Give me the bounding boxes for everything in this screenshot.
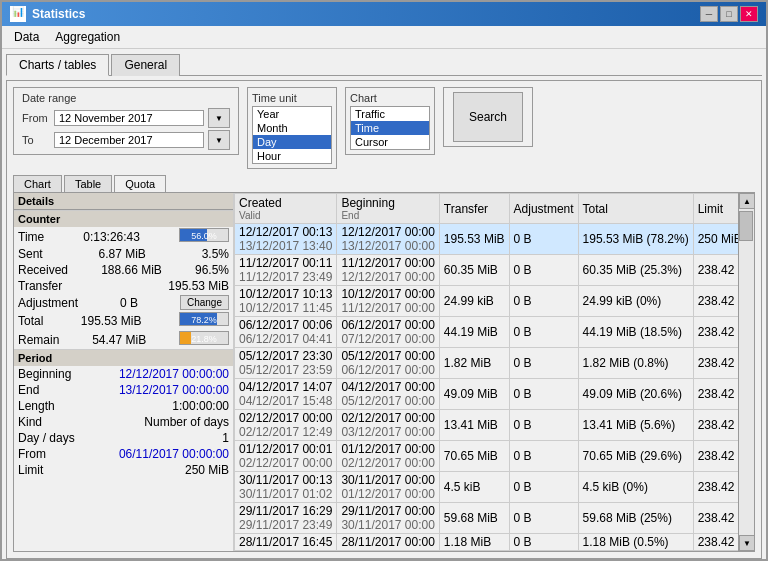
- time-unit-year[interactable]: Year: [253, 107, 331, 121]
- left-row-from: From 06/11/2017 00:00:00: [14, 446, 233, 462]
- chart-time[interactable]: Time: [351, 121, 429, 135]
- remain-value: 54.47 MiB: [92, 333, 146, 347]
- limit-label: Limit: [18, 463, 43, 477]
- from-label: From: [22, 112, 50, 124]
- cell-total: 44.19 MiB (18.5%): [578, 317, 693, 348]
- time-unit-list: Year Month Day Hour: [252, 106, 332, 164]
- left-row-kind: Kind Number of days: [14, 414, 233, 430]
- maximize-button[interactable]: □: [720, 6, 738, 22]
- cell-transfer: 24.99 kiB: [439, 286, 509, 317]
- left-row-total: Total 195.53 MiB 78.2%: [14, 311, 233, 330]
- close-button[interactable]: ✕: [740, 6, 758, 22]
- cell-limit: 238.42 MiB: [693, 534, 738, 551]
- data-area: Details Counter Time 0:13:26:43 56.0%: [13, 192, 755, 552]
- cell-adjustment: 0 B: [509, 379, 578, 410]
- cell-created: 11/12/2017 00:1111/12/2017 23:49: [235, 255, 337, 286]
- minimize-button[interactable]: ─: [700, 6, 718, 22]
- left-row-time: Time 0:13:26:43 56.0%: [14, 227, 233, 246]
- chart-traffic[interactable]: Traffic: [351, 107, 429, 121]
- table-wrap[interactable]: CreatedValid BeginningEnd Transfer Adjus…: [234, 193, 738, 551]
- left-row-limit: Limit 250 MiB: [14, 462, 233, 478]
- time-unit-month[interactable]: Month: [253, 121, 331, 135]
- search-box: Search: [443, 87, 533, 147]
- table-row[interactable]: 01/12/2017 00:0102/12/2017 00:00 01/12/2…: [235, 441, 739, 472]
- total-progress-bar: 78.2%: [179, 312, 229, 326]
- menu-aggregation[interactable]: Aggregation: [47, 28, 128, 46]
- menu-bar: Data Aggregation: [2, 26, 766, 49]
- left-row-remain: Remain 54.47 MiB 21.8%: [14, 330, 233, 349]
- table-row[interactable]: 11/12/2017 00:1111/12/2017 23:49 11/12/2…: [235, 255, 739, 286]
- to-calendar-button[interactable]: ▼: [208, 130, 230, 150]
- cell-limit: 238.42 MiB: [693, 286, 738, 317]
- search-button[interactable]: Search: [453, 92, 523, 142]
- from-label-left: From: [18, 447, 46, 461]
- cell-limit: 238.42 MiB: [693, 379, 738, 410]
- inner-tab-chart[interactable]: Chart: [13, 175, 62, 192]
- window-title: Statistics: [32, 7, 85, 21]
- table-row[interactable]: 06/12/2017 00:0606/12/2017 04:41 06/12/2…: [235, 317, 739, 348]
- time-progress-wrap: 56.0%: [179, 228, 229, 245]
- cell-transfer: 44.19 MiB: [439, 317, 509, 348]
- menu-data[interactable]: Data: [6, 28, 47, 46]
- scroll-down-button[interactable]: ▼: [739, 535, 755, 551]
- cell-limit: 250 MiB: [693, 224, 738, 255]
- table-row[interactable]: 12/12/2017 00:1313/12/2017 13:40 12/12/2…: [235, 224, 739, 255]
- scroll-track: [739, 209, 754, 535]
- table-row[interactable]: 04/12/2017 14:0704/12/2017 15:48 04/12/2…: [235, 379, 739, 410]
- col-transfer: Transfer: [439, 194, 509, 224]
- table-row[interactable]: 05/12/2017 23:3005/12/2017 23:59 05/12/2…: [235, 348, 739, 379]
- left-row-adjustment: Adjustment 0 B Change: [14, 294, 233, 311]
- col-total: Total: [578, 194, 693, 224]
- left-row-transfer: Transfer 195.53 MiB: [14, 278, 233, 294]
- cell-adjustment: 0 B: [509, 348, 578, 379]
- scroll-thumb[interactable]: [739, 211, 753, 241]
- transfer-value: 195.53 MiB: [168, 279, 229, 293]
- inner-tab-quota[interactable]: Quota: [114, 175, 166, 192]
- table-row[interactable]: 29/11/2017 16:2929/11/2017 23:49 29/11/2…: [235, 503, 739, 534]
- left-row-received: Received 188.66 MiB 96.5%: [14, 262, 233, 278]
- left-row-beginning: Beginning 12/12/2017 00:00:00: [14, 366, 233, 382]
- quota-table: CreatedValid BeginningEnd Transfer Adjus…: [234, 193, 738, 551]
- length-label: Length: [18, 399, 55, 413]
- from-calendar-button[interactable]: ▼: [208, 108, 230, 128]
- cell-transfer: 70.65 MiB: [439, 441, 509, 472]
- cell-created: 12/12/2017 00:1313/12/2017 13:40: [235, 224, 337, 255]
- table-row[interactable]: 10/12/2017 10:1310/12/2017 11:45 10/12/2…: [235, 286, 739, 317]
- app-icon: 📊: [10, 6, 26, 22]
- tab-charts-tables[interactable]: Charts / tables: [6, 54, 109, 76]
- from-input[interactable]: [54, 110, 204, 126]
- adjustment-label: Adjustment: [18, 296, 78, 310]
- inner-tab-table[interactable]: Table: [64, 175, 112, 192]
- scroll-up-button[interactable]: ▲: [739, 193, 755, 209]
- col-created: CreatedValid: [235, 194, 337, 224]
- inner-tab-area: Chart Table Quota Details Counter Time 0…: [13, 175, 755, 552]
- to-input[interactable]: [54, 132, 204, 148]
- remain-label: Remain: [18, 333, 59, 347]
- table-row[interactable]: 30/11/2017 00:1330/11/2017 01:02 30/11/2…: [235, 472, 739, 503]
- remain-progress-label: 21.8%: [180, 332, 228, 346]
- main-tab-bar: Charts / tables General: [6, 53, 762, 76]
- cell-created: 02/12/2017 00:0002/12/2017 12:49: [235, 410, 337, 441]
- cell-beginning: 02/12/2017 00:0003/12/2017 00:00: [337, 410, 439, 441]
- time-unit-hour[interactable]: Hour: [253, 149, 331, 163]
- received-pct: 96.5%: [195, 263, 229, 277]
- table-row[interactable]: 28/11/2017 16:45 28/11/2017 00:00 1.18 M…: [235, 534, 739, 551]
- cell-adjustment: 0 B: [509, 534, 578, 551]
- daydays-label: Day / days: [18, 431, 75, 445]
- table-row[interactable]: 02/12/2017 00:0002/12/2017 12:49 02/12/2…: [235, 410, 739, 441]
- sent-pct: 3.5%: [202, 247, 229, 261]
- to-row: To ▼: [22, 130, 230, 150]
- tab-general[interactable]: General: [111, 54, 180, 76]
- kind-label: Kind: [18, 415, 42, 429]
- cell-beginning: 11/12/2017 00:0012/12/2017 00:00: [337, 255, 439, 286]
- chart-cursor[interactable]: Cursor: [351, 135, 429, 149]
- period-header: Period: [14, 349, 233, 366]
- time-unit-day[interactable]: Day: [253, 135, 331, 149]
- cell-created: 04/12/2017 14:0704/12/2017 15:48: [235, 379, 337, 410]
- change-button[interactable]: Change: [180, 295, 229, 310]
- cell-beginning: 04/12/2017 00:0005/12/2017 00:00: [337, 379, 439, 410]
- remain-progress-bar: 21.8%: [179, 331, 229, 345]
- beginning-label: Beginning: [18, 367, 71, 381]
- remain-progress-wrap: 21.8%: [179, 331, 229, 348]
- cell-total: 49.09 MiB (20.6%): [578, 379, 693, 410]
